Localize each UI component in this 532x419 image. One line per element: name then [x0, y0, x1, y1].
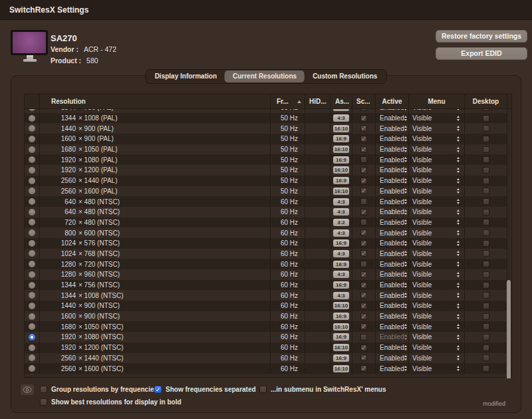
table-row[interactable]: 1680× 1050 (PAL)50 Hz16:10EnabledVisible	[25, 144, 507, 155]
row-radio-button[interactable]	[29, 115, 35, 122]
menu-popup[interactable]: Visible	[408, 311, 464, 322]
table-row[interactable]: 2560× 1440 (NTSC)60 Hz16:9EnabledVisible	[25, 353, 507, 364]
active-popup[interactable]: Enabled	[375, 343, 408, 353]
tab-display-information[interactable]: Display Information	[147, 70, 225, 82]
header-frequency[interactable]: Fr...	[270, 94, 305, 108]
menu-popup[interactable]: Visible	[408, 321, 464, 332]
scaled-checkbox[interactable]	[360, 365, 367, 372]
active-popup[interactable]: Enabled	[375, 259, 408, 269]
desktop-checkbox[interactable]	[483, 229, 489, 236]
desktop-checkbox[interactable]	[483, 115, 489, 122]
scaled-checkbox[interactable]	[360, 219, 367, 225]
scaled-checkbox[interactable]	[360, 125, 367, 132]
active-popup[interactable]: Enabled	[375, 311, 408, 322]
restore-factory-settings-button[interactable]: Restore factory settings	[436, 30, 527, 43]
header-aspect[interactable]: As...	[330, 94, 352, 108]
scaled-checkbox[interactable]	[360, 250, 367, 257]
scaled-checkbox[interactable]	[360, 109, 367, 111]
menu-popup[interactable]: Visible	[408, 280, 464, 291]
active-popup[interactable]: Enabled	[375, 113, 408, 124]
preview-eye-button[interactable]	[20, 384, 35, 396]
active-popup[interactable]: Enabled	[375, 176, 408, 186]
scaled-checkbox[interactable]	[360, 198, 367, 205]
table-row[interactable]: 1344× 1008 (NTSC)60 Hz4:3EnabledVisible	[25, 290, 507, 301]
table-row[interactable]: 2560× 1440 (PAL)50 Hz16:9EnabledVisible	[25, 176, 507, 186]
menu-popup[interactable]: Visible	[408, 134, 464, 144]
in-submenu-checkbox[interactable]	[259, 386, 267, 393]
group-by-frequencies-option[interactable]: Group resolutions by frequencies	[40, 386, 158, 393]
table-row[interactable]: 1280× 720 (NTSC)60 Hz16:9EnabledVisible	[25, 259, 507, 269]
scaled-checkbox[interactable]	[360, 292, 367, 299]
active-popup[interactable]: Enabled	[375, 332, 408, 343]
active-popup[interactable]: Enabled	[375, 134, 408, 144]
table-row[interactable]: 1280× 960 (NTSC)60 Hz4:3EnabledVisible	[25, 269, 507, 280]
header-hidpi[interactable]: HiD...	[305, 94, 330, 108]
desktop-checkbox[interactable]	[483, 125, 489, 132]
desktop-checkbox[interactable]	[483, 178, 489, 184]
active-popup[interactable]: Enabled	[375, 144, 408, 155]
active-popup[interactable]: Enabled	[375, 301, 408, 311]
active-popup[interactable]: Enabled	[375, 238, 408, 249]
desktop-checkbox[interactable]	[483, 167, 489, 174]
scaled-checkbox[interactable]	[360, 354, 367, 361]
menu-popup[interactable]: Visible	[408, 353, 464, 364]
scaled-checkbox[interactable]	[360, 229, 367, 236]
scaled-checkbox[interactable]	[360, 240, 367, 247]
row-radio-button[interactable]	[29, 240, 35, 247]
menu-popup[interactable]: Visible	[408, 227, 464, 238]
menu-popup[interactable]: Visible	[408, 332, 464, 343]
menu-popup[interactable]: Visible	[408, 290, 464, 301]
scaled-checkbox[interactable]	[360, 282, 367, 289]
table-row[interactable]: 2560× 1600 (PAL)50 Hz16:10EnabledVisible	[25, 186, 507, 197]
active-popup[interactable]: Enabled	[375, 363, 408, 374]
active-popup[interactable]: Enabled	[375, 269, 408, 280]
row-radio-button[interactable]	[29, 219, 35, 225]
menu-popup[interactable]: Visible	[408, 363, 464, 374]
row-radio-button[interactable]	[29, 198, 35, 205]
scaled-checkbox[interactable]	[360, 136, 367, 142]
row-radio-button[interactable]	[29, 250, 35, 257]
scaled-checkbox[interactable]	[360, 115, 367, 122]
title-bar[interactable]: SwitchResX Settings	[0, 0, 532, 20]
desktop-checkbox[interactable]	[483, 354, 489, 361]
desktop-checkbox[interactable]	[483, 188, 489, 194]
active-popup[interactable]: Enabled	[375, 207, 408, 217]
desktop-checkbox[interactable]	[483, 313, 489, 320]
vertical-scrollbar-thumb[interactable]	[507, 280, 511, 378]
menu-popup[interactable]: Visible	[408, 123, 464, 134]
menu-popup[interactable]: Visible	[408, 186, 464, 197]
header-scaled[interactable]: Sc...	[352, 94, 375, 108]
tab-current-resolutions[interactable]: Current Resolutions	[225, 70, 305, 82]
row-radio-button[interactable]	[29, 209, 35, 215]
desktop-checkbox[interactable]	[483, 292, 489, 299]
active-popup[interactable]: Enabled	[375, 123, 408, 134]
show-frequencies-separated-checkbox[interactable]	[154, 386, 162, 393]
menu-popup[interactable]: Visible	[408, 301, 464, 311]
row-radio-button[interactable]	[29, 229, 35, 236]
desktop-checkbox[interactable]	[483, 323, 489, 330]
row-radio-button[interactable]	[29, 282, 35, 289]
menu-popup[interactable]: Visible	[408, 154, 464, 165]
row-radio-button[interactable]	[29, 136, 35, 142]
desktop-checkbox[interactable]	[483, 109, 489, 111]
table-row-selected[interactable]: 1920× 1080 (NTSC)60 Hz16:9EnabledVisible	[25, 332, 507, 343]
menu-popup[interactable]: Visible	[408, 343, 464, 353]
scaled-checkbox[interactable]	[360, 209, 367, 215]
active-popup[interactable]: Enabled	[375, 217, 408, 228]
scaled-checkbox[interactable]	[360, 156, 367, 163]
export-edid-button[interactable]: Export EDID	[436, 47, 527, 60]
row-radio-button[interactable]	[29, 354, 35, 361]
scaled-checkbox[interactable]	[360, 345, 367, 351]
menu-popup[interactable]: Visible	[408, 269, 464, 280]
table-row[interactable]: 1440× 900 (NTSC)60 Hz16:10EnabledVisible	[25, 301, 507, 311]
row-radio-button[interactable]	[29, 334, 35, 341]
menu-popup[interactable]: Visible	[408, 144, 464, 155]
desktop-checkbox[interactable]	[483, 156, 489, 163]
row-radio-button[interactable]	[29, 292, 35, 299]
table-row[interactable]: 720× 480 (NTSC)60 Hz3:2EnabledVisible	[25, 217, 507, 228]
table-row[interactable]: 1024× 576 (NTSC)60 Hz16:9EnabledVisible	[25, 238, 507, 249]
table-row[interactable]: 1920× 1200 (NTSC)60 Hz16:10EnabledVisibl…	[25, 343, 507, 353]
row-radio-button[interactable]	[29, 156, 35, 163]
header-desktop[interactable]: Desktop	[464, 94, 507, 108]
menu-popup[interactable]: Visible	[408, 207, 464, 217]
